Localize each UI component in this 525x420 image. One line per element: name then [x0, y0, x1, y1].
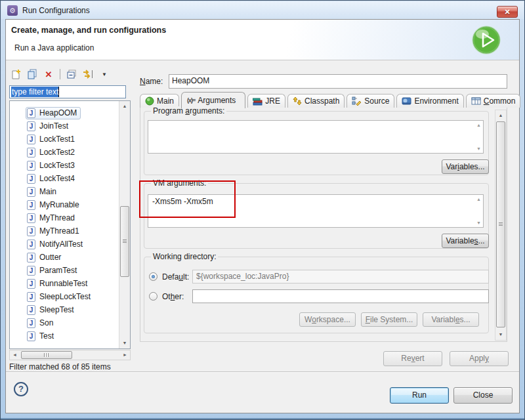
filter-input[interactable]: type filter text	[9, 85, 126, 98]
window-title: Run Configurations	[22, 6, 90, 15]
scroll-up-icon[interactable]: ▲	[119, 101, 130, 112]
tree-item-label: MyThread1	[39, 226, 79, 236]
scroll-down-icon[interactable]: ▼	[476, 146, 481, 151]
revert-button[interactable]: Revert	[383, 351, 442, 366]
classpath-tab-icon	[293, 96, 302, 106]
tab-common[interactable]: Common	[466, 94, 521, 108]
filter-status-text: Filter matched 68 of 85 items	[9, 362, 111, 371]
page-subtitle: Run a Java application	[14, 43, 94, 52]
filter-configurations-icon[interactable]	[83, 69, 93, 79]
file-system-button[interactable]: File System...	[361, 312, 417, 327]
tree-item-label: NotifyAllTest	[39, 240, 83, 249]
tree-item-mythread[interactable]: JMyThread	[10, 211, 119, 224]
default-directory-field: ${workspace_loc:JavaPro}	[192, 270, 489, 284]
tree-item-son[interactable]: JSon	[10, 316, 119, 329]
scroll-left-icon[interactable]: ◄	[10, 350, 20, 360]
tab-source[interactable]: Source	[346, 94, 394, 108]
close-button[interactable]: Close	[453, 387, 513, 404]
content-vertical-scrollbar[interactable]: ▲ ▼	[495, 110, 507, 341]
tree-scrollbar-thumb[interactable]	[120, 206, 129, 277]
other-radio-label[interactable]: Other:	[162, 292, 184, 301]
java-application-icon: J	[27, 174, 35, 184]
tree-item-heapoom[interactable]: JHeapOOM	[10, 106, 119, 119]
program-arguments-textarea[interactable]: ▲ ▼	[148, 120, 484, 154]
help-button[interactable]: ?	[14, 382, 28, 396]
tree-item-locktest4[interactable]: JLockTest4	[10, 172, 119, 185]
duplicate-configuration-icon[interactable]	[27, 69, 37, 79]
tree-item-label: LockTest2	[39, 148, 75, 157]
tree-item-notifyalltest[interactable]: JNotifyAllTest	[10, 238, 119, 251]
working-directory-label: Working directory:	[151, 252, 218, 261]
tree-item-label: Test	[39, 331, 54, 341]
tree-item-outter[interactable]: JOutter	[10, 251, 119, 264]
java-application-icon: J	[27, 121, 35, 131]
scroll-right-icon[interactable]: ►	[120, 350, 130, 360]
java-application-icon: J	[27, 135, 35, 144]
other-radio[interactable]	[149, 292, 158, 301]
tree-item-paramtest[interactable]: JParamTest	[10, 264, 119, 277]
tree-item-test[interactable]: JTest	[10, 329, 119, 343]
tab-classpath[interactable]: Classpath	[287, 94, 345, 108]
toolbar-menu-chevron-icon[interactable]: ▼	[99, 69, 110, 79]
run-button[interactable]: Run	[390, 387, 449, 404]
tree-item-mythread1[interactable]: JMyThread1	[10, 224, 119, 238]
tree-item-main[interactable]: JMain	[10, 185, 119, 198]
scroll-down-icon[interactable]: ▼	[495, 329, 506, 340]
content-scrollbar-thumb[interactable]	[496, 121, 505, 327]
tab-jre[interactable]: JRE	[247, 94, 285, 108]
apply-button[interactable]: Apply	[450, 351, 509, 366]
title-bar[interactable]: ⚙ Run Configurations	[1, 1, 524, 19]
delete-configuration-icon[interactable]: ✕	[43, 69, 54, 79]
tree-item-locktest2[interactable]: JLockTest2	[10, 146, 119, 159]
page-title: Create, manage, and run configurations	[11, 26, 166, 35]
tree-item-locktest1[interactable]: JLockTest1	[10, 133, 119, 146]
other-directory-field[interactable]	[192, 289, 489, 303]
java-application-icon: J	[27, 318, 35, 328]
java-application-icon: J	[27, 331, 35, 341]
tab-main[interactable]: Main	[140, 94, 179, 108]
java-application-icon: J	[27, 200, 35, 210]
tree-item-label: LockTest3	[39, 161, 75, 170]
tree-item-locktest3[interactable]: JLockTest3	[10, 159, 119, 172]
dialog-client-area: Create, manage, and run configurations R…	[5, 19, 520, 413]
name-input[interactable]: HeapOOM	[169, 74, 507, 89]
default-radio-label[interactable]: Default:	[162, 272, 189, 282]
scrollbar-grip	[44, 353, 49, 357]
close-window-button[interactable]: ✕	[497, 6, 518, 18]
tree-hscrollbar-thumb[interactable]	[21, 351, 72, 359]
scrollbar-grip	[499, 222, 503, 226]
tree-rows: JHeapOOM JJoinTest JLockTest1 JLockTest2…	[10, 106, 119, 343]
tree-item-sleeplocktest[interactable]: JSleepLockTest	[10, 290, 119, 303]
tab-label: JRE	[265, 96, 280, 106]
tree-item-sleeptest[interactable]: JSleepTest	[10, 303, 119, 316]
tree-item-label: Outter	[39, 253, 61, 262]
scroll-down-icon[interactable]: ▼	[476, 220, 481, 225]
vm-arguments-label: VM arguments:	[151, 178, 208, 188]
tree-horizontal-scrollbar[interactable]: ◄ ►	[9, 350, 131, 360]
tree-item-label: JoinTest	[39, 121, 68, 131]
tab-arguments[interactable]: (x)= Arguments	[181, 92, 245, 108]
main-tab-icon	[145, 96, 154, 106]
vm-arguments-textarea[interactable]: -Xms5m -Xmx5m ▲ ▼	[148, 194, 484, 228]
scroll-down-icon[interactable]: ▼	[119, 338, 130, 348]
tree-vertical-scrollbar[interactable]: ▲ ▼	[119, 101, 130, 348]
scroll-up-icon[interactable]: ▲	[476, 197, 481, 201]
header-banner: Create, manage, and run configurations R…	[6, 20, 519, 60]
tree-item-myrunable[interactable]: JMyRunable	[10, 198, 119, 211]
tree-item-label: Main	[39, 187, 56, 196]
scroll-up-icon[interactable]: ▲	[495, 110, 506, 121]
collapse-all-icon[interactable]	[66, 69, 77, 79]
default-radio[interactable]	[149, 272, 158, 281]
tree-item-jointest[interactable]: JJoinTest	[10, 119, 119, 133]
vm-variables-button[interactable]: Variables...	[442, 234, 489, 248]
tree-item-runnabletest[interactable]: JRunnableTest	[10, 277, 119, 290]
tab-environment[interactable]: Environment	[396, 94, 463, 108]
directory-variables-button[interactable]: Variables...	[423, 312, 479, 327]
new-configuration-icon[interactable]	[10, 69, 21, 79]
workspace-button[interactable]: Workspace...	[299, 312, 356, 327]
tree-item-label: ParamTest	[39, 266, 77, 275]
program-variables-button[interactable]: Variables...	[442, 159, 489, 174]
scroll-up-icon[interactable]: ▲	[476, 123, 481, 127]
tab-label: Environment	[414, 96, 458, 106]
run-gear-icon: ⚙	[7, 5, 18, 16]
